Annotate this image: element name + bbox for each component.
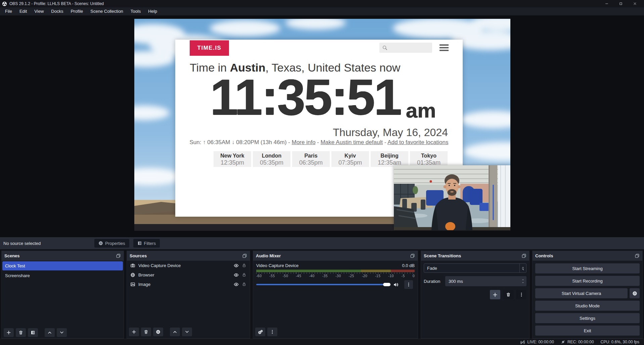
city-clock[interactable]: Paris06:35pm: [292, 151, 330, 167]
timeis-search-input[interactable]: [379, 43, 432, 53]
city-clock[interactable]: Kyiv07:35pm: [331, 151, 369, 167]
chevron-down-icon: [59, 330, 64, 335]
scene-item-clock-test[interactable]: Clock Test: [2, 261, 123, 270]
chevron-up-icon[interactable]: [521, 278, 525, 281]
webcam-video: [394, 165, 510, 230]
source-properties-button[interactable]: [153, 328, 163, 336]
eye-icon[interactable]: [234, 272, 239, 277]
sources-header[interactable]: Sources: [127, 251, 250, 261]
controls-header[interactable]: Controls: [533, 251, 642, 261]
audio-mixer-header[interactable]: Audio Mixer: [253, 251, 418, 261]
mixer-menu-button[interactable]: [267, 328, 277, 336]
trash-icon: [506, 292, 511, 297]
dots-icon: [270, 330, 275, 334]
lock-icon[interactable]: [242, 272, 246, 277]
menu-docks[interactable]: Docks: [47, 7, 67, 15]
gears-icon: [258, 330, 263, 335]
chevron-down-icon[interactable]: [521, 282, 525, 284]
remove-transition-button[interactable]: [503, 290, 513, 299]
eye-icon[interactable]: [234, 263, 239, 268]
sources-panel: Sources Video Capture Device Browser Ima…: [127, 251, 250, 339]
close-icon: [633, 2, 637, 6]
start-recording-button[interactable]: Start Recording: [535, 276, 640, 286]
source-down-button[interactable]: [182, 328, 192, 336]
scene-filters-button[interactable]: [28, 328, 38, 337]
maximize-button[interactable]: [614, 0, 628, 7]
source-item-browser[interactable]: Browser: [127, 270, 250, 279]
lock-icon[interactable]: [242, 282, 246, 287]
add-scene-button[interactable]: [4, 328, 14, 337]
transition-select[interactable]: Fade: [424, 263, 526, 273]
close-button[interactable]: [628, 0, 642, 7]
record-off-icon: [561, 340, 565, 344]
source-up-button[interactable]: [170, 328, 180, 336]
speaker-icon[interactable]: [393, 282, 399, 288]
filters-button[interactable]: Filters: [133, 239, 160, 248]
studio-mode-button[interactable]: Studio Mode: [535, 301, 640, 311]
source-item-image[interactable]: Image: [127, 279, 250, 289]
lock-icon[interactable]: [242, 263, 246, 268]
timeis-logo[interactable]: TIME.IS: [190, 40, 229, 56]
advanced-audio-button[interactable]: [255, 328, 265, 336]
titlebar[interactable]: OBS 29.1.2 - Profile: LLHLS BETA - Scene…: [0, 0, 644, 7]
gear-icon: [98, 241, 103, 246]
menu-view[interactable]: View: [31, 7, 47, 15]
duration-input[interactable]: 300 ms: [445, 276, 526, 286]
menu-scene-collection[interactable]: Scene Collection: [87, 7, 127, 15]
city-clock[interactable]: Tokyo01:35am: [410, 151, 448, 167]
start-virtual-camera-button[interactable]: Start Virtual Camera: [535, 288, 628, 298]
popout-icon[interactable]: [410, 253, 415, 258]
city-clock[interactable]: London05:35pm: [253, 151, 290, 167]
program-canvas[interactable]: TIME.IS Time in Austin, Texas, United St…: [134, 19, 510, 231]
city-clock[interactable]: New York12:35pm: [214, 151, 251, 167]
start-streaming-button[interactable]: Start Streaming: [535, 263, 640, 273]
eye-icon[interactable]: [234, 282, 239, 287]
add-favorite-link[interactable]: Add to favorite locations: [387, 139, 448, 145]
popout-icon[interactable]: [521, 253, 526, 258]
add-source-button[interactable]: [129, 328, 139, 336]
scene-item-screenshare[interactable]: Screenshare: [2, 271, 123, 280]
plus-icon: [493, 292, 498, 297]
mixer-options-button[interactable]: [404, 280, 413, 289]
mixer-source-label: Video Capture Device: [256, 263, 298, 268]
virtual-camera-config-button[interactable]: [630, 288, 640, 298]
trash-icon: [18, 330, 23, 335]
transition-options-button[interactable]: [516, 290, 526, 299]
volume-slider[interactable]: [256, 284, 390, 285]
menu-file[interactable]: File: [1, 7, 16, 15]
obs-logo-icon: [2, 1, 7, 6]
popout-icon[interactable]: [242, 253, 247, 258]
mixer-db-value: 0.0 dB: [402, 263, 415, 268]
scene-transitions-header[interactable]: Scene Transitions: [421, 251, 529, 261]
minimize-button[interactable]: [600, 0, 614, 7]
controls-panel: Controls Start Streaming Start Recording…: [532, 251, 643, 339]
menu-tools[interactable]: Tools: [127, 7, 144, 15]
scene-up-button[interactable]: [45, 328, 55, 337]
menu-edit[interactable]: Edit: [16, 7, 31, 15]
make-default-link[interactable]: Make Austin time default: [321, 139, 383, 145]
volume-slider-handle[interactable]: [383, 283, 390, 286]
clock-ampm: am: [406, 100, 436, 121]
source-toolbar: No source selected Properties Filters: [0, 237, 644, 249]
scenes-header[interactable]: Scenes: [2, 251, 124, 261]
scene-down-button[interactable]: [57, 328, 67, 337]
remove-scene-button[interactable]: [16, 328, 26, 337]
remove-source-button[interactable]: [141, 328, 151, 336]
source-item-video-capture[interactable]: Video Capture Device: [127, 261, 250, 270]
menu-profile[interactable]: Profile: [67, 7, 87, 15]
timeis-clock: 11:35:51 am: [195, 72, 451, 122]
audio-mixer-panel: Audio Mixer Video Capture Device 0.0 dB …: [253, 251, 418, 339]
add-transition-button[interactable]: [490, 290, 500, 299]
rec-status: REC: 00:00:00: [561, 340, 594, 344]
city-clock[interactable]: Beijing12:35am: [371, 151, 408, 167]
popout-icon[interactable]: [635, 253, 640, 258]
settings-button[interactable]: Settings: [535, 313, 640, 323]
menu-help[interactable]: Help: [144, 7, 161, 15]
properties-button[interactable]: Properties: [94, 239, 129, 248]
hamburger-menu-icon[interactable]: [440, 44, 449, 51]
exit-button[interactable]: Exit: [535, 326, 640, 336]
plus-icon: [132, 330, 136, 334]
more-info-link[interactable]: More info: [292, 139, 316, 145]
popout-icon[interactable]: [116, 253, 121, 258]
gear-icon: [156, 330, 160, 334]
